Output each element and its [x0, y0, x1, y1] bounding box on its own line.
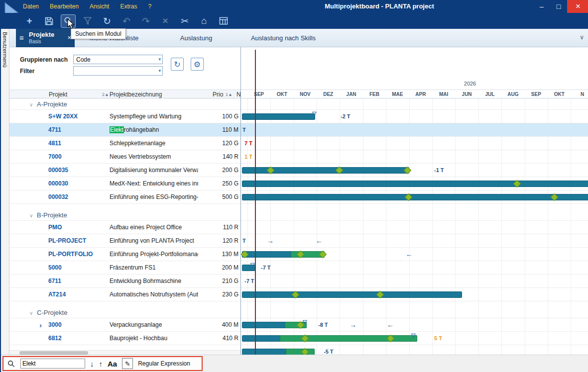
horizontal-scrollbar[interactable]: [9, 350, 240, 355]
gantt-row[interactable]: [241, 221, 588, 234]
project-row[interactable]: 000035Digitalisierung kommunaler Verwalt…: [9, 164, 240, 177]
project-code-link[interactable]: 6812: [48, 335, 62, 342]
col-bezeichnung[interactable]: Projektbezeichnung: [110, 91, 162, 98]
collapse-chevron-icon[interactable]: ∨: [29, 310, 33, 316]
hamburger-icon[interactable]: ≡: [19, 33, 24, 42]
project-row[interactable]: S+W 20XXSystempflege und Wartung100 G: [9, 110, 240, 123]
cut-icon[interactable]: ✂: [177, 14, 192, 28]
group-row[interactable]: ∨B-Projekte: [9, 204, 240, 221]
gantt-row[interactable]: ▽-8 T→←: [241, 318, 588, 332]
group-row[interactable]: ∨A-Projekte: [9, 98, 240, 110]
home-icon[interactable]: ⌂: [197, 14, 212, 28]
project-row[interactable]: [9, 345, 240, 350]
project-row[interactable]: 4811Schleppkettenanlage120 G: [9, 137, 240, 150]
regex-toggle-button[interactable]: ✎: [122, 358, 133, 369]
project-row[interactable]: 000030MedX-Next: Entwicklung eines innov…: [9, 177, 240, 190]
module-board-button[interactable]: [216, 14, 231, 28]
tab-auslastung-nach-skills[interactable]: Auslastung nach Skills: [239, 29, 328, 47]
tab-projekte-active[interactable]: ≡ Projekte Basis ×: [16, 29, 75, 47]
find-input[interactable]: [20, 359, 85, 369]
collapse-chevron-icon[interactable]: ∨: [29, 102, 33, 107]
gantt-bar[interactable]: [242, 194, 588, 200]
group-row[interactable]: ∨C-Projekte: [9, 301, 240, 318]
gantt-row[interactable]: ←: [241, 248, 588, 261]
menu-bearbeiten[interactable]: Bearbeiten: [50, 3, 79, 10]
settings-gear-button[interactable]: ⚙: [191, 58, 204, 71]
minimize-button[interactable]: –: [533, 0, 550, 13]
gantt-row[interactable]: [241, 190, 588, 204]
gantt-row[interactable]: ▽-2 T: [241, 110, 588, 123]
gantt-bar[interactable]: [280, 335, 417, 342]
gantt-row[interactable]: [241, 288, 588, 301]
menu-ansicht[interactable]: Ansicht: [90, 3, 109, 10]
col-prio[interactable]: Prio: [213, 91, 223, 98]
new-icon[interactable]: +: [22, 14, 37, 28]
project-row[interactable]: AT214Automatisches Notrufsystem (Autom..…: [9, 288, 240, 301]
project-row[interactable]: 7000Neues Vertriebssystem140 R: [9, 150, 240, 164]
project-code-link[interactable]: 000035: [48, 167, 68, 174]
project-code-link[interactable]: 4711: [48, 126, 61, 133]
project-code-link[interactable]: 6711: [48, 278, 61, 284]
find-previous-button[interactable]: ↑: [99, 360, 103, 368]
gantt-row[interactable]: ▽-7 T: [241, 261, 588, 275]
project-row[interactable]: 6812Bauprojekt - Hochbau410 R: [9, 332, 240, 345]
refresh-view-button[interactable]: ↻: [171, 58, 184, 71]
gantt-row[interactable]: T→←: [241, 234, 588, 248]
priority-value: 500 G: [189, 193, 238, 200]
sort-indicator-projekt[interactable]: 2▲: [102, 92, 109, 97]
scrollbar-thumb[interactable]: [19, 351, 88, 355]
project-row[interactable]: PL-PROJECTEinführung von PLANTA Project1…: [9, 234, 240, 248]
pane-divider[interactable]: [240, 47, 241, 355]
col-projekt[interactable]: Projekt: [49, 91, 67, 98]
find-next-button[interactable]: ↓: [90, 360, 94, 368]
group-by-select[interactable]: Code ▾: [73, 55, 163, 64]
menu-help[interactable]: ?: [148, 3, 151, 10]
maximize-button[interactable]: □: [550, 0, 567, 13]
match-case-toggle[interactable]: Aa: [108, 360, 117, 368]
project-row[interactable]: 4711Elektrohängebahn110 M: [9, 123, 240, 137]
gantt-bar[interactable]: [242, 291, 462, 298]
project-code-link[interactable]: 4811: [48, 140, 61, 147]
gantt-row[interactable]: T: [241, 123, 588, 137]
save-button[interactable]: [41, 14, 56, 28]
menu-daten[interactable]: Daten: [23, 3, 39, 10]
project-code-link[interactable]: PL-PORTFOLIO: [48, 251, 93, 258]
link-arrow-icon: ←: [387, 321, 394, 329]
project-row[interactable]: 000032Einführung eines ESG-Reporting-Sys…: [9, 190, 240, 204]
gantt-bar[interactable]: [242, 113, 315, 120]
project-code-link[interactable]: PMO: [48, 224, 62, 231]
filter-select[interactable]: ▾: [73, 66, 163, 76]
project-code-link[interactable]: 7000: [48, 153, 62, 160]
project-code-link[interactable]: PL-PROJECT: [48, 237, 86, 244]
col-clipped[interactable]: N: [236, 91, 240, 98]
project-row[interactable]: 6711Entwicklung Bohrmaschine210 G: [9, 275, 240, 288]
project-code-link[interactable]: 3000: [48, 321, 62, 328]
project-code-link[interactable]: 000030: [48, 180, 68, 187]
refresh-icon[interactable]: ↻: [100, 14, 115, 28]
project-row[interactable]: PMOAufbau eines Project Office110 R: [9, 221, 240, 234]
project-row[interactable]: PL-PORTFOLIOEinführung Projekt-Portfolio…: [9, 248, 240, 261]
project-row[interactable]: 5000Fräszentrum FS1200 M: [9, 261, 240, 275]
gantt-row[interactable]: 1 T: [241, 150, 588, 164]
user-menu-strip[interactable]: Benutzermenü: [1, 29, 9, 355]
gantt-bar[interactable]: [286, 349, 315, 355]
expand-icon[interactable]: ›: [39, 321, 42, 329]
project-row[interactable]: ›3000Verpackungsanlage400 M: [9, 318, 240, 332]
project-code-link[interactable]: AT214: [48, 291, 66, 298]
tab-overflow-chevron-icon[interactable]: ∨: [580, 34, 584, 41]
tab-auslastung[interactable]: Auslastung: [153, 29, 239, 47]
gantt-row[interactable]: -7 T: [241, 275, 588, 288]
gantt-row[interactable]: -1 T: [241, 164, 588, 177]
menu-extras[interactable]: Extras: [120, 3, 137, 10]
project-code-link[interactable]: 000032: [48, 193, 68, 200]
sort-indicator-prio[interactable]: 1▲: [226, 92, 233, 97]
gantt-row[interactable]: 7 T: [241, 137, 588, 150]
gantt-row[interactable]: [241, 177, 588, 190]
gantt-row[interactable]: ▽5 T: [241, 332, 588, 345]
project-code-link[interactable]: 5000: [48, 264, 62, 271]
gantt-bar[interactable]: [242, 181, 588, 187]
close-button[interactable]: ×: [567, 0, 588, 13]
collapse-chevron-icon[interactable]: ∨: [29, 213, 33, 218]
gantt-row[interactable]: -5 T: [241, 345, 588, 355]
project-code-link[interactable]: S+W 20XX: [48, 113, 78, 120]
